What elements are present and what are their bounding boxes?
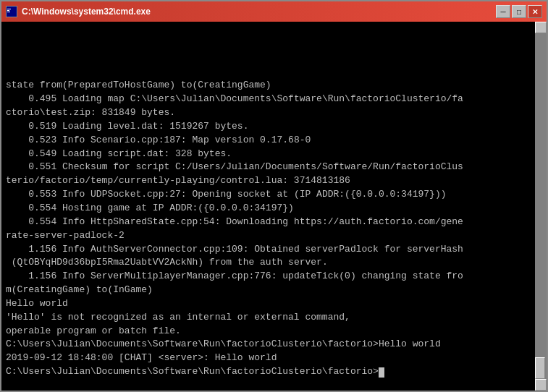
title-bar: C:\Windows\system32\cmd.exe ─ □ ✕ [1, 1, 547, 22]
close-button[interactable]: ✕ [528, 5, 542, 18]
minimize-button[interactable]: ─ [496, 5, 510, 18]
title-bar-buttons: ─ □ ✕ [496, 5, 542, 18]
window-title: C:\Windows\system32\cmd.exe [22, 7, 151, 17]
console-line: 0.495 Loading map C:\Users\Julian\Docume… [6, 93, 529, 106]
console-line: Hello world [6, 297, 529, 311]
console-line: 0.551 Checksum for script C:/Users/Julia… [6, 161, 529, 174]
scroll-thumb[interactable] [535, 357, 545, 379]
console-line: 1.156 Info AuthServerConnector.cpp:109: … [6, 243, 529, 257]
svg-rect-1 [7, 9, 11, 9]
console-last-line: C:\Users\Julian\Documents\Software\Run\f… [6, 365, 529, 379]
scroll-down-button[interactable]: ▼ [535, 379, 547, 391]
cmd-window: C:\Windows\system32\cmd.exe ─ □ ✕ state … [0, 0, 548, 392]
console-line: rate-server-padlock-2 [6, 229, 529, 243]
console-line: C:\Users\Julian\Documents\Software\Run\f… [6, 338, 529, 351]
console-line: ctorio\test.zip: 831849 bytes. [6, 106, 529, 120]
console-text-content: state from(PreparedToHostGame) to(Creati… [6, 52, 542, 379]
console-line: terio/factorio/temp/currently-playing/co… [6, 174, 529, 188]
console-line: 'Hello' is not recognized as an internal… [6, 311, 529, 325]
console-line: 0.554 Hosting game at IP ADDR:({0.0.0.0:… [6, 202, 529, 216]
scroll-up-button[interactable]: ▲ [535, 22, 547, 33]
scrollbar[interactable]: ▲ ▼ [535, 22, 547, 391]
title-bar-left: C:\Windows\system32\cmd.exe [6, 6, 151, 17]
console-line: 0.554 Info HttpSharedState.cpp:54: Downl… [6, 216, 529, 229]
svg-rect-2 [7, 10, 9, 11]
console-line: 1.156 Info ServerMultiplayerManager.cpp:… [6, 270, 529, 284]
svg-rect-3 [7, 12, 10, 12]
console-line: 0.549 Loading script.dat: 328 bytes. [6, 148, 529, 161]
console-line: operable program or batch file. [6, 325, 529, 338]
scroll-track [535, 33, 547, 379]
console-line: 2019-09-12 18:48:00 [CHAT] <server>: Hel… [6, 351, 529, 365]
console-output: state from(PreparedToHostGame) to(Creati… [1, 22, 547, 391]
maximize-button[interactable]: □ [512, 5, 526, 18]
console-line: 0.519 Loading level.dat: 1519267 bytes. [6, 120, 529, 134]
console-line: m(CreatingGame) to(InGame) [6, 284, 529, 297]
console-line: state from(PreparedToHostGame) to(Creati… [6, 79, 529, 93]
console-line: 0.553 Info UDPSocket.cpp:27: Opening soc… [6, 188, 529, 202]
console-line: 0.523 Info Scenario.cpp:187: Map version… [6, 134, 529, 148]
console-line: (QtOBYqHD9d36bpI5Rma2UabtVV2AckNh) from … [6, 256, 529, 270]
cmd-icon [6, 6, 17, 17]
